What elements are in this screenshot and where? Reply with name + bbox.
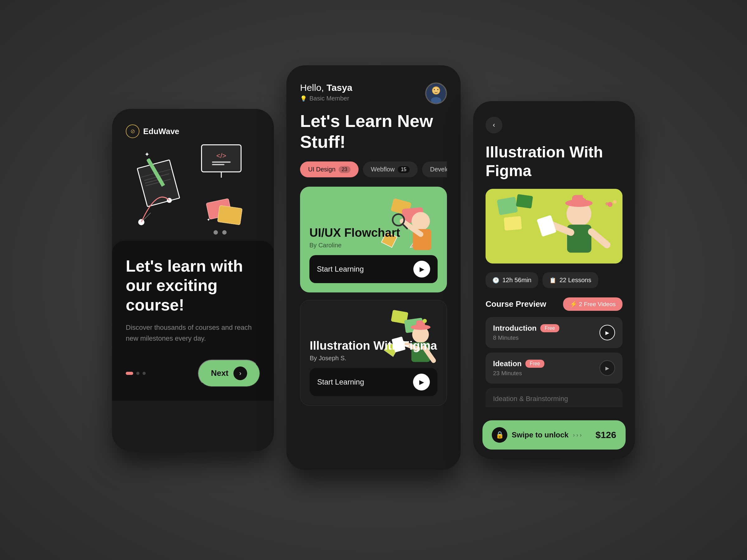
onboarding-illustration: </> [126, 138, 260, 238]
preview-section-header: Course Preview ⚡ 2 Free Videos [486, 297, 622, 311]
avatar-svg [426, 82, 446, 104]
svg-point-36 [583, 193, 589, 199]
dot-1 [126, 372, 133, 375]
category-tabs: UI Design 23 Webflow 15 Development [300, 161, 447, 177]
greeting-block: Hello, Tasya 💡 Basic Member [300, 82, 352, 102]
start-learning-text-1: Start Learning [317, 265, 364, 273]
play-button-1[interactable]: ▶ [413, 261, 430, 277]
svg-point-43 [611, 207, 614, 210]
bezier-illustration [132, 182, 194, 232]
course-meta: 🕐 12h 56min 📋 22 Lessons [486, 272, 622, 288]
lesson-partial-title: Ideation & Brainstorming [493, 395, 615, 403]
lesson-free-badge-2: Free [525, 359, 544, 368]
eduwave-logo-icon: ⊘ [126, 125, 139, 138]
logo-text: EduWave [143, 127, 179, 136]
lesson-title-2: Ideation [493, 359, 522, 368]
preview-label: Course Preview [486, 299, 546, 309]
tab-ui-design-count: 23 [339, 166, 351, 173]
tab-development[interactable]: Development [422, 161, 447, 177]
lesson-info-1: Introduction Free 8 Minutes [493, 324, 599, 341]
course-detail-content: ‹ Illustration With Figma [473, 101, 635, 407]
card-2-author: By Joseph S. [310, 355, 437, 362]
play-button-2[interactable]: ▶ [413, 374, 430, 391]
greeting-name: Tasya [327, 82, 352, 93]
svg-point-7 [434, 89, 435, 90]
line-1 [212, 161, 231, 163]
svg-point-44 [606, 202, 609, 205]
pagination-dots [126, 372, 146, 375]
lesson-item-introduction[interactable]: Introduction Free 8 Minutes ▶ [486, 317, 622, 348]
svg-rect-31 [516, 194, 533, 209]
free-videos-badge: ⚡ 2 Free Videos [563, 297, 622, 311]
avatar[interactable] [425, 82, 447, 104]
svg-point-42 [613, 200, 617, 204]
unlock-bar[interactable]: 🔒 Swipe to unlock › › › $126 [483, 420, 626, 450]
start-learning-bar-1[interactable]: Start Learning ▶ [309, 255, 438, 283]
dot-2 [136, 372, 139, 375]
course-detail-title: Illustration With Figma [486, 143, 622, 180]
svg-point-8 [437, 89, 439, 90]
price-text: $126 [595, 430, 616, 440]
start-learning-text-2: Start Learning [317, 378, 364, 386]
svg-point-6 [431, 97, 441, 104]
phones-container: ⊘ EduWave </> [112, 90, 635, 470]
lesson-free-badge-1: Free [540, 324, 559, 332]
lesson-title-1: Introduction [493, 324, 537, 332]
onboarding-footer: Next › [126, 359, 260, 387]
course-card-1: UI/UX Flowchart By Caroline Start Learni… [300, 187, 447, 292]
tab-development-label: Development [430, 166, 447, 173]
svg-point-24 [423, 319, 427, 323]
meta-duration: 🕐 12h 56min [486, 272, 538, 288]
tab-webflow-label: Webflow [371, 166, 395, 173]
phone-course-detail: ‹ Illustration With Figma [473, 101, 635, 459]
monitor-lines [212, 161, 231, 165]
next-button[interactable]: Next › [198, 359, 260, 387]
lock-icon: 🔒 [492, 427, 507, 443]
onboarding-bottom: Let's learn with our exciting course! Di… [112, 241, 274, 401]
lesson-info-2: Ideation Free 23 Minutes [493, 359, 599, 377]
card-1-author: By Caroline [309, 242, 438, 249]
line-2 [212, 164, 225, 165]
clock-icon: 🕐 [492, 277, 499, 284]
card-1-title: UI/UX Flowchart [309, 226, 438, 240]
course-thumbnail-svg [486, 189, 622, 264]
code-icon: </> [216, 152, 226, 160]
lesson-duration-1: 8 Minutes [493, 335, 518, 341]
lesson-title-row-1: Introduction Free [493, 324, 599, 332]
card-1-content: UI/UX Flowchart By Caroline Start Learni… [300, 216, 447, 293]
svg-line-2 [141, 213, 151, 222]
free-videos-text: ⚡ 2 Free Videos [570, 300, 616, 308]
card-2-content: Illustration With Figma By Joseph S. Sta… [300, 329, 447, 406]
badge-icon: 💡 [300, 95, 307, 102]
tab-webflow[interactable]: Webflow 15 [363, 161, 418, 177]
greeting-text: Hello, Tasya [300, 82, 352, 93]
onboarding-headline: Let's learn with our exciting course! [126, 256, 260, 315]
lesson-title-row-2: Ideation Free [493, 359, 599, 368]
lesson-play-btn-1[interactable]: ▶ [599, 325, 615, 340]
course-card-2: Illustration With Figma By Joseph S. Sta… [300, 300, 447, 406]
greeting-hello: Hello, [300, 82, 327, 93]
phone-home: Hello, Tasya 💡 Basic Member [286, 65, 461, 470]
home-header: Hello, Tasya 💡 Basic Member [300, 82, 447, 104]
back-button[interactable]: ‹ [486, 117, 503, 133]
phone-onboarding: ⊘ EduWave </> [112, 109, 274, 451]
start-learning-bar-2[interactable]: Start Learning ▶ [310, 368, 437, 396]
meta-duration-value: 12h 56min [503, 276, 531, 284]
unlock-text: Swipe to unlock [512, 431, 569, 439]
svg-rect-30 [497, 196, 518, 215]
member-badge: 💡 Basic Member [300, 95, 352, 102]
card-shapes [207, 201, 244, 229]
card-2-title: Illustration With Figma [310, 339, 437, 353]
dot-3 [143, 372, 146, 375]
tab-ui-design[interactable]: UI Design 23 [300, 161, 359, 177]
lessons-icon: 📋 [549, 277, 556, 284]
svg-rect-32 [504, 216, 522, 231]
next-button-label: Next [211, 368, 229, 378]
lesson-item-brainstorming: Ideation & Brainstorming [486, 388, 622, 407]
tab-ui-design-label: UI Design [308, 166, 336, 173]
sparkle-1: ✦ [145, 151, 150, 158]
onboarding-subtext: Discover thousands of courses and reach … [126, 322, 260, 344]
lesson-play-btn-2[interactable]: ▶ [599, 360, 615, 376]
lesson-duration-2: 23 Minutes [493, 370, 522, 376]
lesson-item-ideation[interactable]: Ideation Free 23 Minutes ▶ [486, 352, 622, 383]
